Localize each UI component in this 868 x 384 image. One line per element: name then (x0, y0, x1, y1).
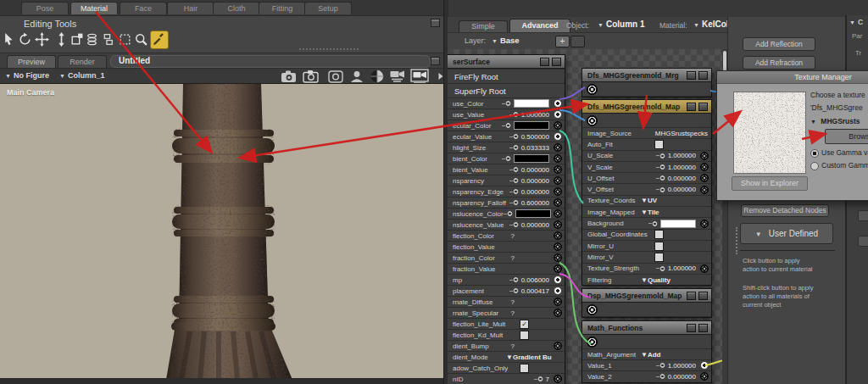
node-plug[interactable] (554, 275, 562, 284)
tab-face[interactable]: Face (120, 2, 167, 14)
user-defined-section-button[interactable]: ▼User Defined (740, 223, 833, 244)
param-value[interactable]: 0.000000 (521, 177, 549, 185)
tab-fitting[interactable]: Fitting (259, 2, 306, 14)
dial-icon[interactable] (509, 199, 519, 206)
color-swatch[interactable] (514, 99, 549, 108)
node-plug[interactable] (554, 287, 562, 295)
dial-icon[interactable] (509, 287, 519, 294)
param-value[interactable]: 0.000000 (521, 188, 549, 196)
add-refraction-button[interactable]: Add Refraction (743, 56, 815, 70)
param-value[interactable]: 0.033333 (521, 144, 549, 152)
chevron-right-icon[interactable] (431, 69, 438, 84)
unset-value[interactable]: ? (511, 342, 515, 350)
dial-icon[interactable] (504, 210, 513, 217)
grouping-tool-icon[interactable] (118, 32, 132, 47)
node-options-icon[interactable] (698, 103, 708, 111)
shader-node-area[interactable]: serSurface FireFly RootSuperFly Rootuse_… (448, 49, 727, 384)
scale-tool-icon[interactable] (70, 32, 84, 47)
use-gamma-radio[interactable] (810, 149, 819, 158)
node-plug[interactable] (700, 361, 709, 370)
selected-camera-icon[interactable] (410, 69, 429, 84)
menu-value[interactable]: ▼Add (641, 351, 660, 359)
tab-material[interactable]: Material (70, 2, 118, 14)
param-value[interactable]: 0.000000 (668, 373, 696, 381)
node-header[interactable]: Dfs_MHGSgreenmold_Mrg (582, 69, 711, 82)
checkbox[interactable] (654, 242, 664, 251)
node-plug[interactable] (700, 264, 709, 273)
translate-tool-icon[interactable] (35, 32, 49, 47)
node-dsp-map[interactable]: Dsp_MHGSgreenmold_Map (581, 288, 712, 318)
taper-tool-icon[interactable] (85, 32, 99, 47)
param-value[interactable]: 0.000000 (521, 166, 549, 174)
checkbox[interactable] (520, 364, 529, 373)
node-output-plug[interactable] (587, 84, 598, 95)
layer-dropdown[interactable]: ▼Base (492, 36, 520, 45)
param-value[interactable]: 7 (546, 376, 549, 383)
dial-icon[interactable] (509, 221, 519, 228)
chain-break-tool-icon[interactable] (101, 32, 115, 47)
node-minimize-icon[interactable] (687, 292, 696, 300)
dial-icon[interactable] (656, 175, 665, 181)
dial-icon[interactable] (656, 373, 665, 380)
drag-handle[interactable] (299, 48, 359, 50)
text-value[interactable]: MHGSrustspecks (655, 130, 708, 137)
node-plug[interactable] (554, 242, 562, 251)
param-value[interactable]: 0.000000 (668, 175, 696, 182)
add-reflection-button[interactable]: Add Reflection (743, 37, 815, 51)
param-value[interactable]: 0.000000 (668, 186, 696, 193)
color-swatch[interactable] (514, 154, 549, 163)
param-value[interactable]: 1.000000 (668, 152, 696, 159)
param-value[interactable]: 0.006000 (521, 276, 549, 284)
node-plug[interactable] (554, 375, 562, 383)
node-output-plug[interactable] (587, 304, 598, 315)
tab-setup[interactable]: Setup (304, 2, 352, 14)
orbit-icon[interactable] (368, 69, 387, 84)
node-plug[interactable] (700, 220, 709, 228)
rotate-tool-icon[interactable] (18, 32, 32, 47)
select-tool-icon[interactable] (3, 32, 17, 47)
translate-inout-tool-icon[interactable] (54, 32, 69, 47)
node-plug[interactable] (700, 372, 709, 381)
custom-gamma-radio[interactable] (810, 162, 819, 170)
color-swatch[interactable] (515, 209, 551, 218)
remove-layer-button[interactable] (570, 36, 585, 47)
dial-icon[interactable] (502, 100, 511, 107)
dial-icon[interactable] (509, 111, 519, 118)
param-value[interactable]: 1.000000 (668, 164, 696, 171)
node-header-selected[interactable]: Dfs_MHGSgreenmold_Map (582, 100, 711, 114)
unset-value[interactable]: ? (511, 298, 515, 306)
collapse-icon[interactable] (431, 19, 440, 27)
param-value[interactable]: 1.000000 (521, 111, 549, 119)
dial-icon[interactable] (509, 177, 519, 184)
dial-icon[interactable] (502, 155, 511, 162)
node-plug[interactable] (554, 143, 562, 152)
dial-icon[interactable] (502, 122, 511, 129)
node-plug[interactable] (554, 110, 562, 119)
node-image-map[interactable]: Dfs_MHGSgreenmold_Map Image_SourceMHGSru… (581, 99, 712, 286)
node-plug[interactable] (554, 176, 562, 185)
head-camera-icon[interactable] (348, 69, 366, 84)
param-value[interactable]: 1.000000 (668, 264, 696, 272)
unset-value[interactable]: ? (511, 232, 515, 240)
node-plug[interactable] (700, 174, 709, 182)
dial-icon[interactable] (509, 133, 519, 140)
node-options-icon[interactable] (552, 58, 561, 66)
dial-icon[interactable] (656, 153, 665, 159)
node-minimize-icon[interactable] (687, 71, 696, 80)
node-minimize-icon[interactable] (540, 58, 549, 66)
param-value[interactable]: 0.500000 (521, 133, 549, 141)
photo-camera-icon[interactable] (280, 69, 298, 84)
photo-camera-2-icon[interactable] (302, 69, 320, 84)
node-plug[interactable] (554, 165, 562, 174)
dial-icon[interactable] (656, 265, 665, 272)
node-plug[interactable] (554, 154, 562, 163)
node-mrg[interactable]: Dfs_MHGSgreenmold_Mrg (581, 68, 712, 97)
dial-icon[interactable] (509, 188, 519, 195)
show-in-explorer-button[interactable]: Show in Explorer (732, 176, 808, 191)
color-picker-tool-icon[interactable] (150, 31, 169, 49)
stack-camera-icon[interactable] (388, 69, 407, 84)
add-layer-button[interactable]: + (555, 36, 570, 47)
node-plug[interactable] (554, 309, 562, 317)
node-header[interactable]: serSurface (448, 55, 565, 69)
node-plug[interactable] (554, 209, 562, 218)
